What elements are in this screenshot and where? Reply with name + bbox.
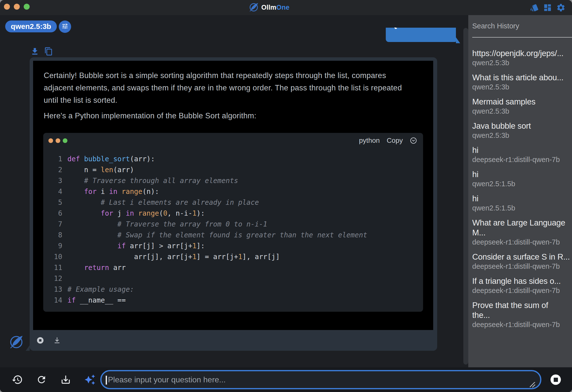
- code-line: 13# Example usage:: [43, 284, 423, 295]
- history-item-title: hi: [472, 145, 568, 155]
- code-block-header: python Copy: [43, 133, 423, 148]
- history-item-model: qwen2.5:3b: [472, 131, 568, 140]
- history-item[interactable]: https://openjdk.org/jeps/...qwen2.5:3b: [472, 48, 568, 67]
- line-number: 2: [43, 165, 62, 175]
- question-input[interactable]: Please input your question here...: [100, 370, 541, 389]
- assistant-message-text: Certainly! Bubble sort is a simple sorti…: [33, 61, 433, 122]
- history-item[interactable]: What are Large LanguageM...deepseek-r1:d…: [472, 218, 568, 247]
- input-placeholder: Please input your question here...: [108, 371, 226, 388]
- history-item-model: qwen2.5:3b: [472, 83, 568, 91]
- code-line: 8 # Swap if the element found is greater…: [43, 230, 423, 241]
- message-paragraph: Certainly! Bubble sort is a simple sorti…: [44, 69, 423, 106]
- code-line: 11 return arr: [43, 262, 423, 273]
- code-text: if arr[j] > arr[j+1]:: [67, 241, 205, 251]
- assistant-message: Certainly! Bubble sort is a simple sorti…: [33, 61, 433, 330]
- history-list: https://openjdk.org/jeps/...qwen2.5:3bWh…: [472, 48, 568, 329]
- code-line: 6 for j in range(0, n-i-1):: [43, 208, 423, 219]
- line-number: 8: [43, 230, 62, 241]
- code-dot-yellow: [56, 138, 60, 143]
- code-text: return arr: [67, 262, 126, 273]
- history-item-model: deepseek-r1:distill-qwen-7b: [472, 320, 568, 329]
- history-icon[interactable]: [5, 374, 29, 385]
- refresh-icon[interactable]: [29, 374, 54, 385]
- composer-bar: Please input your question here...: [0, 367, 572, 392]
- collapse-code-icon[interactable]: [410, 137, 417, 144]
- history-item-title: What is this article abou...: [472, 73, 568, 83]
- history-item-title: hi: [472, 194, 568, 204]
- line-number: 10: [43, 251, 62, 262]
- line-number: 11: [43, 262, 62, 273]
- window-zoom-button[interactable]: [24, 4, 30, 10]
- line-number: 5: [43, 197, 62, 208]
- message-paragraph: Here's a Python implementation of the Bu…: [44, 110, 423, 122]
- history-item-title: If a triangle has sides o...: [472, 276, 568, 286]
- copy-message-icon[interactable]: [44, 47, 53, 57]
- history-item-title: Mermaid samples: [472, 97, 568, 107]
- code-line: 5 # Last i elements are already in place: [43, 197, 423, 208]
- line-number: 4: [43, 186, 62, 197]
- code-text: arr[j], arr[j+1] = arr[j+1], arr[j]: [67, 251, 280, 262]
- app-title: OllmOne: [261, 4, 289, 11]
- titlebar: OllmOne: [0, 0, 572, 15]
- stop-generation-icon[interactable]: [37, 337, 44, 344]
- history-item-model: qwen2.5:3b: [472, 107, 568, 116]
- history-item[interactable]: hiqwen2.5:1.5b: [472, 169, 568, 188]
- settings-icon[interactable]: [556, 3, 566, 12]
- window-close-button[interactable]: [4, 4, 10, 10]
- line-number: 14: [43, 295, 62, 306]
- history-item-title: Prove that the sum ofthe...: [472, 300, 568, 320]
- code-block: python Copy 1def bubble_sort(arr):2 n = …: [43, 133, 423, 312]
- style-icon[interactable]: [530, 3, 539, 12]
- code-line: 10 arr[j], arr[j+1] = arr[j+1], arr[j]: [43, 251, 423, 262]
- download-icon[interactable]: [54, 374, 78, 385]
- code-language-label: python: [359, 137, 380, 144]
- code-window-dots: [48, 138, 67, 143]
- history-item-model: qwen2.5:3b: [472, 58, 568, 67]
- user-bubble-text-fragment: [394, 27, 397, 29]
- code-text: n = len(arr): [67, 165, 134, 175]
- app-brand: OllmOne: [249, 0, 289, 15]
- history-item-model: deepseek-r1:distill-qwen-7b: [472, 155, 568, 164]
- history-item[interactable]: If a triangle has sides o...deepseek-r1:…: [472, 276, 568, 295]
- history-item-model: deepseek-r1:distill-qwen-7b: [472, 238, 568, 247]
- history-item[interactable]: hiqwen2.5:1.5b: [472, 194, 568, 212]
- history-item[interactable]: Mermaid samplesqwen2.5:3b: [472, 97, 568, 116]
- line-number: 3: [43, 175, 62, 186]
- assistant-message-footer: [33, 330, 434, 351]
- window-minimize-button[interactable]: [14, 4, 20, 10]
- model-settings-button[interactable]: [59, 21, 71, 33]
- app-window: OllmOne qwen2.5:3b: [0, 0, 572, 392]
- copy-code-button[interactable]: Copy: [387, 137, 403, 144]
- line-number: 9: [43, 241, 62, 251]
- assistant-avatar: [9, 335, 24, 350]
- user-message-bubble: [386, 28, 456, 42]
- history-item-title: Consider a surface S in R...: [472, 252, 568, 262]
- code-lines: 1def bubble_sort(arr):2 n = len(arr)3 # …: [43, 154, 423, 306]
- user-bubble-tail: [456, 37, 460, 43]
- code-line: 2 n = len(arr): [43, 165, 423, 175]
- model-selector-pill[interactable]: qwen2.5:3b: [5, 21, 57, 32]
- export-message-icon[interactable]: [30, 47, 39, 57]
- window-controls: [4, 4, 30, 10]
- history-item[interactable]: Prove that the sum ofthe...deepseek-r1:d…: [472, 300, 568, 329]
- history-item[interactable]: hideepseek-r1:distill-qwen-7b: [472, 145, 568, 164]
- code-text: for i in range(n):: [67, 186, 159, 197]
- code-text: if __name__ ==: [67, 295, 126, 306]
- code-text: # Traverse the array from 0 to n-i-1: [67, 219, 267, 230]
- code-line: 3 # Traverse through all array elements: [43, 175, 423, 186]
- sparkles-icon[interactable]: [78, 374, 102, 385]
- code-line: 4 for i in range(n):: [43, 186, 423, 197]
- chat-scrollbar-thumb[interactable]: [463, 28, 468, 365]
- stop-button[interactable]: [551, 374, 561, 385]
- assistant-panel-tail: [26, 345, 30, 351]
- text-cursor: [106, 376, 107, 385]
- history-item[interactable]: Consider a surface S in R...deepseek-r1:…: [472, 252, 568, 271]
- history-item[interactable]: What is this article abou...qwen2.5:3b: [472, 73, 568, 91]
- resize-grip[interactable]: [529, 382, 536, 388]
- code-line: 9 if arr[j] > arr[j+1]:: [43, 241, 423, 251]
- history-item[interactable]: Java bubble sortqwen2.5:3b: [472, 121, 568, 140]
- assistant-message-panel: Certainly! Bubble sort is a simple sorti…: [30, 57, 437, 351]
- dashboard-icon[interactable]: [543, 3, 552, 12]
- save-message-icon[interactable]: [53, 337, 61, 344]
- line-number: 12: [43, 273, 62, 284]
